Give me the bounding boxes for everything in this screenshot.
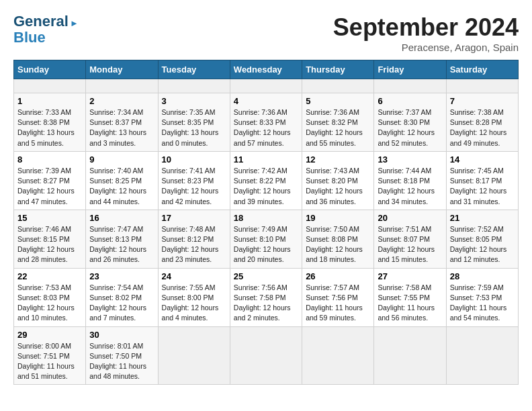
day-info: Sunrise: 7:35 AMSunset: 8:35 PMDaylight:…	[162, 107, 226, 148]
table-row: 23 Sunrise: 7:54 AMSunset: 8:02 PMDaylig…	[86, 268, 158, 326]
day-info: Sunrise: 7:54 AMSunset: 8:02 PMDaylight:…	[89, 283, 154, 324]
table-row	[158, 79, 230, 93]
day-number: 14	[450, 154, 515, 165]
table-row	[374, 79, 446, 93]
day-number: 20	[378, 213, 442, 223]
day-number: 19	[306, 213, 370, 223]
day-number: 9	[89, 154, 154, 165]
day-info: Sunrise: 7:46 AMSunset: 8:15 PMDaylight:…	[17, 224, 82, 265]
day-info: Sunrise: 7:36 AMSunset: 8:32 PMDaylight:…	[306, 107, 370, 148]
table-row	[158, 326, 230, 385]
day-number: 13	[378, 154, 442, 165]
col-monday: Monday	[86, 60, 158, 79]
day-info: Sunrise: 7:48 AMSunset: 8:12 PMDaylight:…	[162, 224, 226, 265]
day-info: Sunrise: 7:40 AMSunset: 8:25 PMDaylight:…	[89, 166, 154, 207]
day-number: 18	[234, 213, 298, 223]
logo: General► Blue	[13, 13, 79, 46]
col-tuesday: Tuesday	[158, 60, 230, 79]
day-info: Sunrise: 7:33 AMSunset: 8:38 PMDaylight:…	[17, 107, 82, 148]
day-info: Sunrise: 7:59 AMSunset: 7:53 PMDaylight:…	[450, 283, 515, 324]
page-header: General► Blue September 2024 Peracense, …	[13, 13, 519, 53]
day-number: 6	[378, 96, 442, 106]
table-row: 30 Sunrise: 8:01 AMSunset: 7:50 PMDaylig…	[86, 326, 158, 385]
table-row: 10 Sunrise: 7:41 AMSunset: 8:23 PMDaylig…	[158, 151, 230, 210]
day-info: Sunrise: 7:37 AMSunset: 8:30 PMDaylight:…	[378, 107, 442, 148]
table-row: 24 Sunrise: 7:55 AMSunset: 8:00 PMDaylig…	[158, 268, 230, 326]
day-info: Sunrise: 7:53 AMSunset: 8:03 PMDaylight:…	[17, 283, 82, 324]
day-info: Sunrise: 7:38 AMSunset: 8:28 PMDaylight:…	[450, 107, 515, 148]
day-info: Sunrise: 7:43 AMSunset: 8:20 PMDaylight:…	[306, 166, 370, 207]
col-saturday: Saturday	[446, 60, 518, 79]
title-block: September 2024 Peracense, Aragon, Spain	[333, 13, 519, 53]
day-info: Sunrise: 7:50 AMSunset: 8:08 PMDaylight:…	[306, 224, 370, 265]
table-row	[14, 79, 86, 93]
col-sunday: Sunday	[14, 60, 86, 79]
table-row	[230, 79, 302, 93]
day-info: Sunrise: 7:49 AMSunset: 8:10 PMDaylight:…	[234, 224, 298, 265]
table-row: 20 Sunrise: 7:51 AMSunset: 8:07 PMDaylig…	[374, 210, 446, 268]
table-row: 13 Sunrise: 7:44 AMSunset: 8:18 PMDaylig…	[374, 151, 446, 210]
table-row: 9 Sunrise: 7:40 AMSunset: 8:25 PMDayligh…	[86, 151, 158, 210]
month-title: September 2024	[333, 13, 519, 42]
day-info: Sunrise: 7:55 AMSunset: 8:00 PMDaylight:…	[162, 283, 226, 324]
day-number: 3	[162, 96, 226, 106]
day-info: Sunrise: 7:42 AMSunset: 8:22 PMDaylight:…	[234, 166, 298, 207]
day-number: 17	[162, 213, 226, 223]
day-number: 7	[450, 96, 515, 106]
table-row	[302, 326, 374, 385]
day-info: Sunrise: 8:00 AMSunset: 7:51 PMDaylight:…	[17, 341, 82, 382]
day-info: Sunrise: 7:57 AMSunset: 7:56 PMDaylight:…	[306, 283, 370, 324]
day-number: 28	[450, 271, 515, 281]
day-info: Sunrise: 7:56 AMSunset: 7:58 PMDaylight:…	[234, 283, 298, 324]
day-number: 1	[17, 96, 82, 106]
day-info: Sunrise: 7:47 AMSunset: 8:13 PMDaylight:…	[89, 224, 154, 265]
calendar-header-row: Sunday Monday Tuesday Wednesday Thursday…	[14, 60, 519, 79]
table-row: 8 Sunrise: 7:39 AMSunset: 8:27 PMDayligh…	[14, 151, 86, 210]
table-row	[446, 326, 518, 385]
table-row: 2 Sunrise: 7:34 AMSunset: 8:37 PMDayligh…	[86, 93, 158, 152]
table-row	[374, 326, 446, 385]
table-row	[86, 79, 158, 93]
day-number: 15	[17, 213, 82, 223]
day-info: Sunrise: 7:39 AMSunset: 8:27 PMDaylight:…	[17, 166, 82, 207]
day-number: 21	[450, 213, 515, 223]
calendar-week-row: 29 Sunrise: 8:00 AMSunset: 7:51 PMDaylig…	[14, 326, 519, 385]
day-info: Sunrise: 7:51 AMSunset: 8:07 PMDaylight:…	[378, 224, 442, 265]
day-number: 16	[89, 213, 154, 223]
table-row: 22 Sunrise: 7:53 AMSunset: 8:03 PMDaylig…	[14, 268, 86, 326]
table-row: 29 Sunrise: 8:00 AMSunset: 7:51 PMDaylig…	[14, 326, 86, 385]
day-number: 27	[378, 271, 442, 281]
table-row: 11 Sunrise: 7:42 AMSunset: 8:22 PMDaylig…	[230, 151, 302, 210]
calendar-week-row: 15 Sunrise: 7:46 AMSunset: 8:15 PMDaylig…	[14, 210, 519, 268]
day-info: Sunrise: 7:44 AMSunset: 8:18 PMDaylight:…	[378, 166, 442, 207]
day-number: 26	[306, 271, 370, 281]
day-number: 5	[306, 96, 370, 106]
day-number: 12	[306, 154, 370, 165]
table-row: 6 Sunrise: 7:37 AMSunset: 8:30 PMDayligh…	[374, 93, 446, 152]
table-row: 5 Sunrise: 7:36 AMSunset: 8:32 PMDayligh…	[302, 93, 374, 152]
day-info: Sunrise: 7:52 AMSunset: 8:05 PMDaylight:…	[450, 224, 515, 265]
calendar-week-row: 22 Sunrise: 7:53 AMSunset: 8:03 PMDaylig…	[14, 268, 519, 326]
day-info: Sunrise: 7:58 AMSunset: 7:55 PMDaylight:…	[378, 283, 442, 324]
calendar-week-row: 8 Sunrise: 7:39 AMSunset: 8:27 PMDayligh…	[14, 151, 519, 210]
table-row: 21 Sunrise: 7:52 AMSunset: 8:05 PMDaylig…	[446, 210, 518, 268]
table-row: 15 Sunrise: 7:46 AMSunset: 8:15 PMDaylig…	[14, 210, 86, 268]
table-row: 7 Sunrise: 7:38 AMSunset: 8:28 PMDayligh…	[446, 93, 518, 152]
day-info: Sunrise: 7:45 AMSunset: 8:17 PMDaylight:…	[450, 166, 515, 207]
day-number: 23	[89, 271, 154, 281]
day-info: Sunrise: 7:36 AMSunset: 8:33 PMDaylight:…	[234, 107, 298, 148]
day-number: 4	[234, 96, 298, 106]
table-row: 25 Sunrise: 7:56 AMSunset: 7:58 PMDaylig…	[230, 268, 302, 326]
table-row: 1 Sunrise: 7:33 AMSunset: 8:38 PMDayligh…	[14, 93, 86, 152]
day-number: 24	[162, 271, 226, 281]
location: Peracense, Aragon, Spain	[333, 42, 519, 53]
day-number: 10	[162, 154, 226, 165]
day-number: 29	[17, 330, 82, 340]
col-wednesday: Wednesday	[230, 60, 302, 79]
table-row	[446, 79, 518, 93]
table-row: 26 Sunrise: 7:57 AMSunset: 7:56 PMDaylig…	[302, 268, 374, 326]
calendar-table: Sunday Monday Tuesday Wednesday Thursday…	[13, 60, 519, 385]
day-info: Sunrise: 7:41 AMSunset: 8:23 PMDaylight:…	[162, 166, 226, 207]
table-row: 17 Sunrise: 7:48 AMSunset: 8:12 PMDaylig…	[158, 210, 230, 268]
table-row	[230, 326, 302, 385]
